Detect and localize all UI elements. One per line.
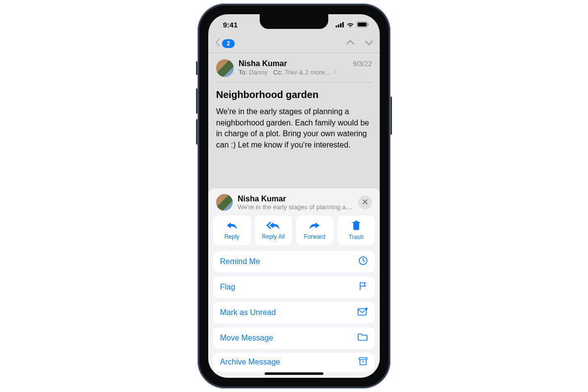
reply-all-label: Reply All [262, 233, 285, 240]
flag-label: Flag [220, 283, 235, 292]
sender-name: Nisha Kumar [239, 59, 287, 68]
back-button[interactable] [214, 38, 221, 49]
trash-icon [352, 220, 361, 232]
wifi-icon [346, 22, 354, 27]
archive-icon [358, 357, 368, 368]
email-date: 9/3/22 [353, 60, 372, 68]
svg-rect-0 [336, 25, 337, 27]
power-button [391, 97, 392, 135]
reply-icon [226, 221, 238, 232]
svg-rect-13 [358, 309, 367, 315]
email-body: We're in the early stages of planning a … [216, 106, 372, 151]
next-message-button[interactable] [364, 39, 374, 48]
forward-label: Forward [304, 233, 325, 240]
screen: 9:41 [208, 14, 380, 378]
sheet-preview: We're in the early stages of planning a … [238, 203, 353, 211]
folder-icon [357, 333, 368, 343]
home-indicator[interactable] [265, 372, 323, 375]
svg-rect-1 [338, 24, 340, 27]
forward-button[interactable]: Forward [296, 216, 334, 245]
envelope-dot-icon [357, 307, 368, 318]
battery-icon [357, 22, 369, 27]
move-message-button[interactable]: Move Message [213, 327, 375, 349]
reply-button[interactable]: Reply [213, 216, 251, 245]
svg-rect-15 [359, 358, 367, 360]
notch [260, 14, 328, 29]
sheet-sender-name: Nisha Kumar [238, 194, 353, 203]
nav-bar: 2 [208, 35, 380, 53]
email-view: Nisha Kumar 9/3/22 To: Danny Cc: Trev & … [208, 52, 380, 151]
email-subject: Neighborhood garden [216, 89, 372, 100]
reply-all-icon [267, 221, 280, 232]
to-label: To: [239, 69, 247, 76]
reply-all-button[interactable]: Reply All [255, 216, 293, 245]
reply-label: Reply [224, 233, 240, 240]
volume-up-button [196, 88, 197, 114]
archive-message-label: Archive Message [220, 358, 280, 367]
volume-down-button [196, 119, 197, 145]
cc-value: Trev & 2 more… [285, 69, 331, 76]
mark-unread-label: Mark as Unread [220, 308, 276, 317]
svg-point-4 [350, 26, 351, 27]
remind-me-label: Remind Me [220, 257, 260, 266]
close-button[interactable] [358, 196, 372, 209]
svg-rect-7 [368, 24, 369, 25]
email-header: Nisha Kumar 9/3/22 To: Danny Cc: Trev & … [216, 59, 372, 82]
previous-message-button[interactable] [345, 39, 355, 48]
svg-point-14 [366, 308, 368, 310]
close-icon [362, 198, 368, 207]
mute-switch [196, 61, 197, 75]
clock-icon [358, 256, 368, 268]
sheet-header: Nisha Kumar We're in the early stages of… [216, 194, 372, 211]
status-time: 9:41 [223, 21, 238, 29]
trash-label: Trash [349, 234, 364, 241]
trash-button[interactable]: Trash [338, 216, 375, 245]
unread-count-badge[interactable]: 2 [222, 39, 235, 48]
svg-rect-6 [358, 23, 367, 26]
flag-icon [358, 281, 368, 293]
sender-avatar[interactable] [216, 59, 234, 77]
cc-label: Cc: [273, 69, 283, 76]
to-value: Danny [249, 69, 268, 76]
cellular-icon [336, 22, 344, 27]
move-message-label: Move Message [220, 334, 273, 343]
sheet-avatar [216, 194, 233, 211]
svg-rect-3 [343, 22, 344, 27]
recipients-row[interactable]: To: Danny Cc: Trev & 2 more… [239, 69, 372, 76]
mark-unread-button[interactable]: Mark as Unread [213, 302, 375, 323]
chevron-right-icon [333, 69, 337, 76]
phone-frame: 9:41 [197, 3, 391, 389]
forward-icon [309, 221, 320, 232]
primary-actions: Reply Reply All Forward [213, 216, 375, 245]
status-indicators [336, 22, 369, 27]
archive-message-button[interactable]: Archive Message [213, 353, 375, 371]
svg-rect-2 [340, 23, 342, 27]
action-sheet: Nisha Kumar We're in the early stages of… [208, 188, 380, 378]
flag-button[interactable]: Flag [213, 276, 375, 298]
remind-me-button[interactable]: Remind Me [213, 251, 375, 272]
secondary-actions: Remind Me Flag Mark as Unread [213, 251, 375, 371]
